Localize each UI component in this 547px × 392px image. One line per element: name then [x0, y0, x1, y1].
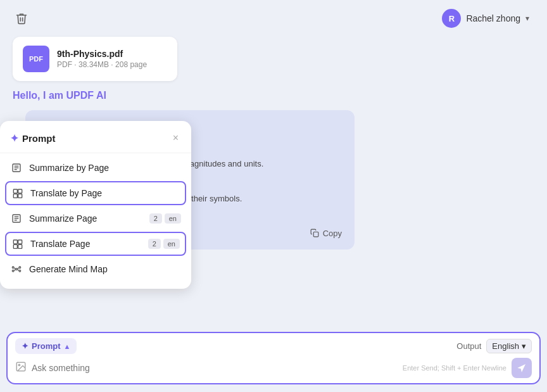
- file-info: 9th-Physics.pdf PDF · 38.34MB · 208 page: [57, 49, 147, 69]
- avatar: R: [442, 9, 461, 28]
- sparkle-icon: ✦: [10, 132, 18, 144]
- main-container: R Rachel zhong ▾ PDF 9th-Physics.pdf PDF…: [0, 0, 547, 392]
- prompt-item-summarize-page[interactable]: Summarize Page 2 en: [0, 206, 191, 231]
- language-chevron-icon: ▾: [522, 341, 526, 351]
- summarize-page-badges: 2 en: [149, 213, 181, 224]
- file-meta: PDF · 38.34MB · 208 page: [57, 60, 147, 69]
- summarize-page-label: Summarize Page: [29, 213, 97, 224]
- close-icon[interactable]: ×: [170, 131, 181, 145]
- mind-map-label: Generate Mind Map: [29, 264, 108, 274]
- svg-point-18: [12, 267, 14, 269]
- bottom-input-row: Enter Send; Shift + Enter Newline: [15, 358, 532, 378]
- svg-rect-6: [18, 189, 22, 193]
- svg-point-19: [19, 267, 21, 269]
- file-name: 9th-Physics.pdf: [57, 49, 147, 59]
- prompt-popup: ✦ Prompt × Summarize by Page Translate b…: [0, 121, 191, 289]
- language-select[interactable]: English ▾: [486, 339, 532, 353]
- svg-line-25: [17, 270, 19, 270]
- svg-rect-7: [13, 194, 17, 198]
- prompt-item-translate-by-page[interactable]: Translate by Page: [5, 181, 186, 205]
- prompt-popup-header: ✦ Prompt ×: [0, 129, 191, 153]
- badge-number: 2: [149, 213, 162, 224]
- prompt-popup-title: ✦ Prompt: [10, 132, 56, 144]
- content-area: PDF 9th-Physics.pdf PDF · 38.34MB · 208 …: [0, 37, 547, 332]
- image-icon: [15, 361, 27, 375]
- svg-point-17: [16, 269, 18, 270]
- svg-rect-14: [18, 240, 22, 244]
- summarize-icon: [10, 213, 23, 224]
- prompt-item-summarize-by-page[interactable]: Summarize by Page: [0, 156, 191, 180]
- svg-line-24: [14, 270, 16, 270]
- language-label: English: [492, 341, 519, 351]
- bottom-bar: ✦ Prompt ▲ Output English ▾ Enter Send; …: [6, 332, 541, 384]
- prompt-item-mind-map[interactable]: Generate Mind Map: [0, 257, 191, 281]
- file-card: PDF 9th-Physics.pdf PDF · 38.34MB · 208 …: [13, 37, 177, 81]
- user-badge[interactable]: R Rachel zhong ▾: [437, 6, 534, 30]
- translate-page-icon: [11, 188, 24, 198]
- output-area: Output English ▾: [456, 339, 532, 353]
- svg-point-21: [19, 270, 21, 272]
- svg-rect-15: [13, 244, 17, 248]
- prompt-button-label: Prompt: [32, 341, 61, 351]
- svg-rect-5: [13, 189, 17, 193]
- translate-page-label: Translate Page: [30, 239, 90, 249]
- translate-icon: [11, 239, 24, 249]
- svg-rect-16: [18, 244, 22, 248]
- svg-line-22: [14, 268, 16, 269]
- user-name: Rachel zhong: [466, 13, 520, 23]
- translate-page-badges: 2 en: [148, 239, 180, 249]
- prompt-chevron-icon: ▲: [64, 343, 71, 350]
- bottom-bar-top: ✦ Prompt ▲ Output English ▾: [15, 338, 532, 354]
- badge-lang: en: [165, 213, 181, 224]
- summarize-by-page-label: Summarize by Page: [29, 163, 109, 173]
- prompt-button[interactable]: ✦ Prompt ▲: [15, 338, 77, 354]
- svg-rect-8: [18, 194, 22, 198]
- mind-map-icon: [10, 264, 23, 274]
- greeting-prefix: Hello, I am: [13, 90, 66, 101]
- trash-icon[interactable]: [13, 9, 30, 27]
- top-bar: R Rachel zhong ▾: [0, 0, 547, 37]
- greeting: Hello, I am UPDF AI: [13, 90, 534, 101]
- svg-point-27: [18, 364, 20, 365]
- pdf-icon: PDF: [23, 46, 49, 72]
- send-hint: Enter Send; Shift + Enter Newline: [403, 364, 506, 372]
- prompt-item-translate-page[interactable]: Translate Page 2 en: [5, 232, 186, 256]
- svg-rect-13: [13, 240, 17, 244]
- svg-rect-0: [313, 232, 318, 237]
- prompt-title-label: Prompt: [22, 133, 56, 144]
- ask-input[interactable]: [32, 363, 398, 373]
- output-label: Output: [456, 341, 481, 351]
- svg-line-23: [17, 268, 19, 269]
- badge-lang: en: [163, 239, 180, 249]
- svg-point-20: [12, 270, 14, 272]
- summarize-page-icon: [10, 163, 23, 173]
- copy-label: Copy: [323, 229, 342, 238]
- chevron-down-icon: ▾: [525, 14, 529, 23]
- brand-name: UPDF AI: [66, 90, 106, 101]
- translate-by-page-label: Translate by Page: [30, 188, 102, 198]
- send-button[interactable]: [512, 358, 532, 378]
- prompt-sparkle-icon: ✦: [22, 341, 28, 351]
- badge-number: 2: [148, 239, 161, 249]
